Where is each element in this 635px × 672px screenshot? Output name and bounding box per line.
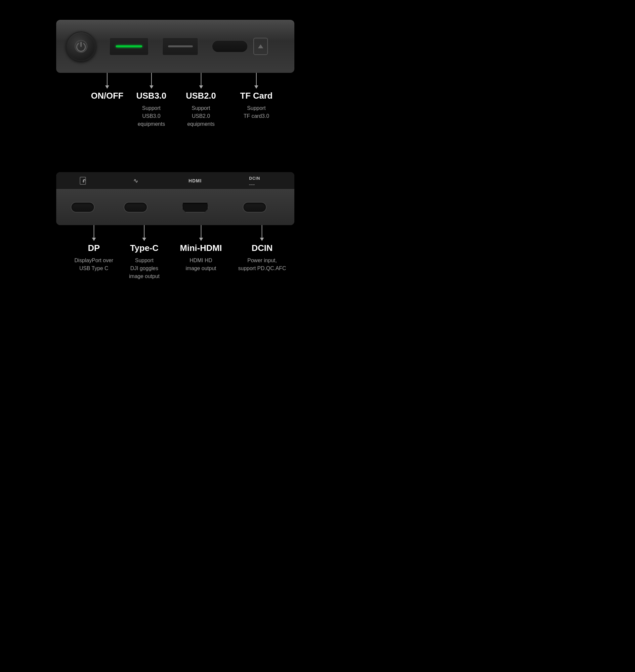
hdmi-label-cell: HDMI	[162, 172, 228, 189]
arrow-dp	[94, 225, 94, 238]
title-typec: Type-C	[130, 243, 158, 253]
minihdmi-port-cell	[162, 202, 228, 212]
title-dp: DP	[88, 243, 100, 253]
top-section: ON/OFF USB3.0 SupportUSB3.0equipments US…	[0, 20, 351, 146]
label-dp: DP DisplayPort overUSB Type C	[74, 225, 113, 272]
title-usb3: USB3.0	[136, 91, 166, 101]
label-tfcard: TF Card SupportTF card3.0	[240, 73, 272, 120]
arrow-typec	[144, 225, 145, 238]
dcin-port-connector	[243, 202, 267, 212]
desc-usb2: SupportUSB2.0equipments	[187, 104, 215, 128]
desc-dcin: Power input,support PD.QC.AFC	[238, 256, 286, 272]
usb2-slot-visual	[162, 37, 198, 56]
label-onoff: ON/OFF	[91, 73, 123, 101]
arrow-usb2	[201, 73, 201, 86]
bottom-labels-wrapper: DP DisplayPort overUSB Type C Type-C Sup…	[56, 225, 294, 311]
arrow-usb3	[151, 73, 152, 86]
dcin-port-label: DCIN⎯⎯⎯	[249, 176, 260, 185]
label-usb3: USB3.0 SupportUSB3.0equipments	[136, 73, 166, 128]
desc-usb3: SupportUSB3.0equipments	[137, 104, 165, 128]
tf-triangle-icon	[258, 44, 263, 48]
title-dcin: DCIN	[252, 243, 273, 253]
title-onoff: ON/OFF	[91, 91, 123, 101]
typec-port-connector	[124, 202, 148, 212]
arrow-tfcard	[256, 73, 257, 86]
title-usb2: USB2.0	[186, 91, 216, 101]
port-connector-strip	[56, 189, 294, 225]
usb2-bar	[168, 45, 193, 47]
tf-card-area	[212, 38, 268, 55]
label-minihdmi: Mini-HDMI HDMI HDimage output	[180, 225, 222, 272]
front-panel	[56, 20, 294, 73]
hdmi-port-label: HDMI	[189, 178, 202, 183]
usb-label-cell: ∿	[109, 172, 162, 189]
tf-card-icon	[253, 38, 268, 55]
minihdmi-port-connector	[182, 202, 209, 212]
power-icon	[74, 39, 88, 54]
label-dcin: DCIN Power input,support PD.QC.AFC	[238, 225, 286, 272]
usb3-green-indicator	[116, 45, 142, 47]
desc-typec: SupportDJI gogglesimage output	[129, 256, 160, 280]
desc-tfcard: SupportTF card3.0	[243, 104, 269, 120]
dp-port-cell	[56, 202, 109, 212]
desc-minihdmi: HDMI HDimage output	[185, 256, 216, 272]
desc-dp: DisplayPort overUSB Type C	[74, 256, 113, 272]
usb-port-label: ∿	[133, 177, 138, 184]
label-usb2: USB2.0 SupportUSB2.0equipments	[186, 73, 216, 128]
rear-panel: 𝓽 ∿ HDMI DCIN⎯⎯⎯	[56, 172, 294, 225]
power-button-visual	[66, 31, 96, 61]
dp-port-label: 𝓽	[80, 177, 86, 185]
title-tfcard: TF Card	[240, 91, 272, 101]
arrow-onoff	[107, 73, 108, 86]
usb3-slot-visual	[109, 37, 149, 56]
label-typec: Type-C SupportDJI gogglesimage output	[129, 225, 160, 280]
dcin-label-cell: DCIN⎯⎯⎯	[228, 172, 281, 189]
top-labels-wrapper: ON/OFF USB3.0 SupportUSB3.0equipments US…	[56, 73, 294, 146]
dp-port-connector	[71, 202, 94, 212]
bottom-section: 𝓽 ∿ HDMI DCIN⎯⎯⎯	[0, 172, 351, 311]
typec-port-cell	[109, 202, 162, 212]
title-minihdmi: Mini-HDMI	[180, 243, 222, 253]
arrow-minihdmi	[201, 225, 201, 238]
tf-card-slot-visual	[212, 40, 248, 52]
arrow-dcin	[262, 225, 262, 238]
dp-label-cell: 𝓽	[56, 172, 109, 189]
dcin-port-cell	[228, 202, 281, 212]
port-label-strip: 𝓽 ∿ HDMI DCIN⎯⎯⎯	[56, 172, 294, 189]
